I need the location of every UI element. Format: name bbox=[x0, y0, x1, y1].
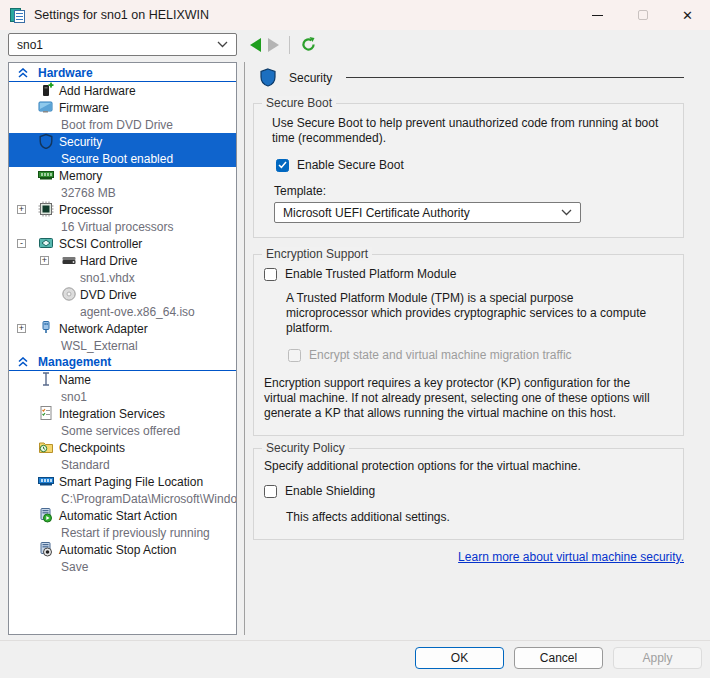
footer-divider bbox=[0, 640, 710, 641]
secure-boot-group: Secure Boot Use Secure Boot to help prev… bbox=[253, 103, 684, 238]
tpm-description: A Trusted Platform Module (TPM) is a spe… bbox=[286, 291, 658, 336]
tree-item-integration-services-subtext[interactable]: Some services offered bbox=[9, 422, 236, 439]
minimize-icon bbox=[592, 15, 603, 16]
maximize-icon bbox=[638, 10, 648, 20]
tree-item-firmware[interactable]: Firmware bbox=[9, 99, 236, 116]
maximize-button bbox=[620, 0, 665, 30]
header-rule bbox=[346, 77, 684, 78]
tree-item-automatic-start-action-subtext[interactable]: Restart if previously running bbox=[9, 524, 236, 541]
hard-drive-icon bbox=[61, 252, 77, 268]
auto-stop-icon bbox=[38, 541, 54, 557]
shielding-note: This affects additional settings. bbox=[286, 510, 671, 525]
tree-expander[interactable]: + bbox=[40, 256, 49, 265]
security-shield-icon bbox=[259, 68, 277, 87]
chevron-double-up-icon bbox=[18, 357, 28, 367]
tree-item-name[interactable]: Name bbox=[9, 371, 236, 388]
tree-item-memory-subtext[interactable]: 32768 MB bbox=[9, 184, 236, 201]
enable-tpm-checkbox[interactable]: Enable Trusted Platform Module bbox=[264, 267, 671, 281]
settings-tree: HardwareAdd HardwareFirmwareBoot from DV… bbox=[8, 62, 237, 635]
minimize-button[interactable] bbox=[575, 0, 620, 30]
tree-expander[interactable]: + bbox=[17, 324, 26, 333]
tree-section-management[interactable]: Management bbox=[9, 354, 236, 371]
tree-item-security[interactable]: Security bbox=[9, 133, 236, 150]
security-settings-panel: Security Secure Boot Use Secure Boot to … bbox=[253, 62, 684, 564]
chevron-down-icon bbox=[217, 41, 228, 48]
template-label: Template: bbox=[274, 184, 671, 198]
vm-selector-value: sno1 bbox=[17, 38, 217, 52]
encrypt-state-checkbox: Encrypt state and virtual machine migrat… bbox=[288, 348, 671, 362]
tree-item-firmware-subtext[interactable]: Boot from DVD Drive bbox=[9, 116, 236, 133]
cancel-button[interactable]: Cancel bbox=[514, 647, 603, 669]
tree-item-integration-services[interactable]: Integration Services bbox=[9, 405, 236, 422]
tree-item-dvd-drive-subtext[interactable]: agent-ove.x86_64.iso bbox=[9, 303, 236, 320]
enable-secure-boot-checkbox[interactable]: Enable Secure Boot bbox=[276, 158, 671, 172]
enable-shielding-label: Enable Shielding bbox=[285, 484, 375, 498]
smart-paging-icon bbox=[38, 473, 54, 489]
encryption-support-legend: Encryption Support bbox=[262, 247, 372, 261]
vm-selector-dropdown[interactable]: sno1 bbox=[8, 33, 237, 56]
network-adapter-icon bbox=[38, 320, 54, 336]
forward-button bbox=[268, 38, 279, 52]
learn-more-link[interactable]: Learn more about virtual machine securit… bbox=[458, 550, 684, 564]
security-shield-icon bbox=[38, 133, 54, 149]
tree-item-network-adapter-subtext[interactable]: WSL_External bbox=[9, 337, 236, 354]
tree-item-hard-drive[interactable]: +Hard Drive bbox=[9, 252, 236, 269]
enable-shielding-checkbox[interactable]: Enable Shielding bbox=[264, 484, 671, 498]
close-icon: ✕ bbox=[682, 9, 693, 22]
tree-item-security-subtext[interactable]: Secure Boot enabled bbox=[9, 150, 236, 167]
tree-item-name-subtext[interactable]: sno1 bbox=[9, 388, 236, 405]
chevron-down-icon bbox=[561, 209, 572, 216]
tree-item-checkpoints-subtext[interactable]: Standard bbox=[9, 456, 236, 473]
tree-item-memory[interactable]: Memory bbox=[9, 167, 236, 184]
back-button[interactable] bbox=[250, 38, 261, 52]
scsi-controller-icon bbox=[38, 235, 54, 251]
memory-icon bbox=[38, 167, 54, 183]
firmware-icon bbox=[38, 99, 54, 115]
encrypt-state-label: Encrypt state and virtual machine migrat… bbox=[309, 348, 572, 362]
apply-button: Apply bbox=[613, 647, 702, 669]
tree-item-hard-drive-subtext[interactable]: sno1.vhdx bbox=[9, 269, 236, 286]
tree-item-checkpoints[interactable]: Checkpoints bbox=[9, 439, 236, 456]
refresh-button[interactable] bbox=[300, 36, 317, 53]
checkbox-disabled-icon bbox=[288, 349, 301, 362]
toolbar-separator bbox=[289, 36, 290, 54]
tree-item-smart-paging-file-location[interactable]: Smart Paging File Location bbox=[9, 473, 236, 490]
template-dropdown[interactable]: Microsoft UEFI Certificate Authority bbox=[274, 202, 581, 223]
tree-item-automatic-start-action[interactable]: Automatic Start Action bbox=[9, 507, 236, 524]
secure-boot-description: Use Secure Boot to help prevent unauthor… bbox=[272, 116, 670, 146]
tree-expander[interactable]: + bbox=[17, 205, 26, 214]
enable-tpm-label: Enable Trusted Platform Module bbox=[285, 267, 456, 281]
tree-item-dvd-drive[interactable]: DVD Drive bbox=[9, 286, 236, 303]
tree-item-network-adapter[interactable]: +Network Adapter bbox=[9, 320, 236, 337]
close-button[interactable]: ✕ bbox=[665, 0, 710, 30]
toolbar: sno1 bbox=[0, 30, 710, 60]
tree-item-processor-subtext[interactable]: 16 Virtual processors bbox=[9, 218, 236, 235]
add-hardware-icon bbox=[38, 82, 54, 98]
auto-start-icon bbox=[38, 507, 54, 523]
window-title: Settings for sno1 on HELIXWIN bbox=[34, 8, 209, 22]
enable-secure-boot-label: Enable Secure Boot bbox=[297, 158, 404, 172]
tree-item-add-hardware[interactable]: Add Hardware bbox=[9, 82, 236, 99]
tree-item-scsi-controller[interactable]: -SCSI Controller bbox=[9, 235, 236, 252]
tree-section-hardware[interactable]: Hardware bbox=[9, 65, 236, 82]
ok-button[interactable]: OK bbox=[415, 647, 504, 669]
dvd-drive-icon bbox=[61, 286, 77, 302]
name-icon bbox=[38, 371, 54, 387]
encryption-support-group: Encryption Support Enable Trusted Platfo… bbox=[253, 254, 684, 436]
checkpoints-icon bbox=[38, 439, 54, 455]
panel-title: Security bbox=[289, 71, 332, 85]
app-icon bbox=[10, 7, 26, 23]
tree-expander[interactable]: - bbox=[17, 239, 26, 248]
tree-item-processor[interactable]: +Processor bbox=[9, 201, 236, 218]
chevron-double-up-icon bbox=[18, 68, 28, 78]
policy-description: Specify additional protection options fo… bbox=[264, 459, 671, 474]
checkbox-unchecked-icon bbox=[264, 268, 277, 281]
checkbox-unchecked-icon bbox=[264, 485, 277, 498]
checkbox-checked-icon bbox=[276, 159, 289, 172]
processor-icon bbox=[38, 201, 54, 217]
kp-note: Encryption support requires a key protec… bbox=[264, 376, 660, 421]
title-bar: Settings for sno1 on HELIXWIN ✕ bbox=[0, 0, 710, 30]
tree-item-automatic-stop-action-subtext[interactable]: Save bbox=[9, 558, 236, 575]
tree-item-automatic-stop-action[interactable]: Automatic Stop Action bbox=[9, 541, 236, 558]
tree-item-smart-paging-file-location-subtext[interactable]: C:\ProgramData\Microsoft\Windo... bbox=[9, 490, 236, 507]
